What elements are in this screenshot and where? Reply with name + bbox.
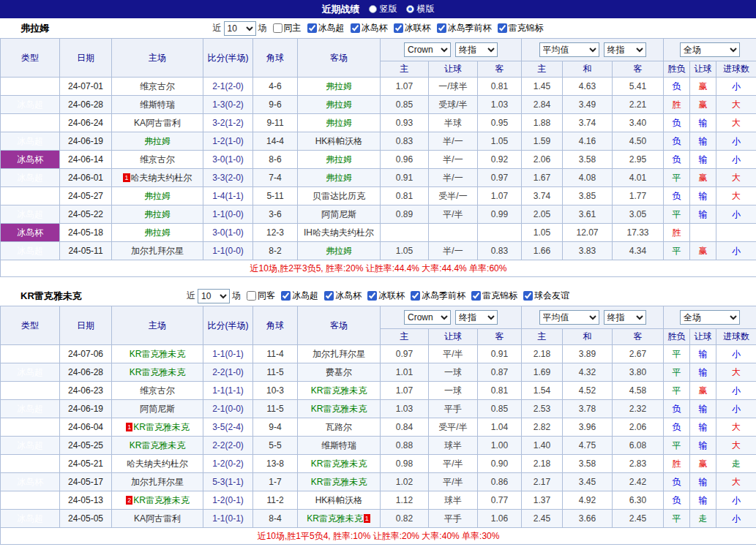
average-select[interactable]: 平均值 (539, 42, 599, 57)
odds-type-select[interactable]: 终指 (455, 310, 498, 325)
competition-filter[interactable]: 冰岛超 (307, 22, 345, 34)
col-odds-away: 客 (478, 61, 522, 78)
competition-filter[interactable]: 冰岛季前杯 (411, 290, 465, 302)
col-corner: 角球 (253, 39, 298, 78)
filter-checkbox[interactable] (307, 23, 317, 33)
filter-checkbox[interactable] (351, 23, 360, 33)
scope-select-cell: 全场 (664, 306, 756, 329)
recent-count-select[interactable]: 10 (224, 21, 256, 36)
filter-checkbox[interactable] (411, 291, 420, 301)
odds-away-cell: 1.03 (478, 96, 522, 114)
team-label: 加尔扎拜尔星 (131, 477, 184, 487)
odds-away-cell: 1.05 (478, 132, 522, 151)
near-label: 近 (213, 22, 222, 34)
avg-odds-type-select[interactable]: 终指 (604, 310, 646, 325)
competition-cell: 冰岛超 (1, 418, 60, 437)
corner-cell: 8-6 (253, 151, 298, 169)
recent-count-select[interactable]: 10 (198, 289, 230, 303)
filter-checkbox[interactable] (523, 291, 533, 301)
avg-draw-cell: 3.85 (563, 187, 613, 205)
filter-checkbox[interactable] (273, 23, 282, 33)
competition-cell: 冰岛超 (1, 400, 60, 418)
bookmaker-select[interactable]: Crown (404, 310, 451, 325)
match-row: 冰岛超24-05-21哈夫纳夫约杜尔1-2(0-2)13-8KR雷克雅未克0.9… (1, 455, 756, 473)
col-avg-home: 主 (522, 61, 563, 78)
filter-label: 雷克锦标 (509, 22, 544, 34)
avg-draw-cell: 4.08 (563, 169, 613, 187)
result-goals-cell: 小 (716, 205, 756, 224)
competition-filter[interactable]: 冰联杯 (394, 22, 431, 34)
avg-draw-cell: 4.63 (563, 78, 613, 96)
competition-cell: 冰岛杯 (1, 224, 60, 242)
team-label: 贝雷达比历克 (312, 191, 365, 201)
home-team-cell: 维京古尔 (112, 151, 203, 169)
away-team-cell: KR雷克雅未克 (298, 455, 381, 473)
col-avg-away: 客 (613, 329, 664, 345)
avg-away-cell: 3.40 (613, 114, 664, 132)
filter-checkbox[interactable] (367, 291, 377, 301)
competition-filter[interactable]: 冰岛杯 (324, 290, 362, 302)
home-team-cell: 弗拉姆 (112, 205, 203, 224)
odds-home-cell: 0.93 (381, 114, 429, 132)
team-label: KA阿古雷利 (134, 513, 181, 524)
near-label: 近 (187, 290, 195, 302)
average-select[interactable]: 平均值 (539, 310, 599, 325)
competition-filter[interactable]: 同客 (247, 290, 275, 302)
competition-filter[interactable]: 冰岛超 (281, 290, 318, 302)
radio-label: 横版 (417, 3, 435, 15)
layout-radio-vertical[interactable]: 竖版 (369, 3, 397, 15)
avg-draw-cell: 4.52 (563, 382, 613, 400)
match-row: 冰岛超24-05-05KA阿古雷利1-1(0-1)8-4KR雷克雅未克10.82… (1, 510, 756, 528)
away-team-cell: HK科帕沃格 (298, 491, 381, 510)
competition-filter[interactable]: 雷克锦标 (471, 290, 517, 302)
filter-checkbox[interactable] (247, 291, 256, 301)
corner-cell: 11-5 (253, 363, 298, 382)
result-handicap-cell: 输 (690, 151, 716, 169)
competition-filter[interactable]: 球会友谊 (523, 290, 569, 302)
avg-home-cell: 1.66 (522, 242, 563, 260)
result-handicap-cell: 输 (690, 205, 716, 224)
avg-odds-type-select[interactable]: 终指 (604, 42, 646, 57)
filter-checkbox[interactable] (281, 291, 291, 301)
filter-checkbox[interactable] (437, 23, 446, 33)
date-cell: 24-07-06 (60, 345, 112, 363)
filter-checkbox[interactable] (324, 291, 334, 301)
layout-radio-horizontal[interactable]: 横版 (406, 3, 435, 15)
odds-away-cell: 0.81 (478, 382, 522, 400)
corner-cell: 5-5 (253, 437, 298, 455)
odds-away-cell: 0.85 (478, 400, 522, 418)
match-row: 冰岛超24-06-28维斯特瑞1-3(0-2)9-6弗拉姆0.85受球/半1.0… (1, 96, 756, 114)
odds-handicap-cell: 半/一 (429, 242, 478, 260)
home-team-cell: 阿简尼斯 (112, 400, 203, 418)
odds-type-select[interactable]: 终指 (455, 42, 498, 57)
odds-home-cell: 0.84 (381, 418, 429, 437)
avg-draw-cell: 3.74 (563, 114, 613, 132)
corner-cell: 12-3 (253, 224, 298, 242)
bookmaker-select[interactable]: Crown (404, 42, 451, 57)
result-winloss-cell: 负 (664, 187, 690, 205)
filter-checkbox[interactable] (471, 291, 481, 301)
result-handicap-cell: 赢 (690, 78, 716, 96)
team-label: HK科帕沃格 (315, 136, 363, 146)
result-winloss-cell: 负 (664, 400, 690, 418)
competition-filter[interactable]: 冰联杯 (367, 290, 405, 302)
competition-cell: 冰岛超 (1, 132, 60, 151)
away-team-cell: 阿简尼斯 (298, 205, 381, 224)
team-label: 费基尔 (326, 367, 352, 377)
filter-checkbox[interactable] (394, 23, 403, 33)
scope-select[interactable]: 全场 (680, 310, 740, 325)
col-odds-handicap: 让球 (429, 329, 478, 345)
scope-select[interactable]: 全场 (680, 42, 740, 57)
competition-filter[interactable]: 冰岛杯 (351, 22, 388, 34)
competition-filter[interactable]: 冰岛季前杯 (437, 22, 492, 34)
filter-label: 球会友谊 (534, 290, 569, 302)
team-label: 哈夫纳夫约杜尔 (131, 173, 192, 183)
team-label: 瓦路尔 (326, 422, 352, 432)
filter-checkbox[interactable] (498, 23, 507, 33)
score-cell: 2-2(1-0) (203, 363, 253, 382)
competition-filter[interactable]: 雷克锦标 (498, 22, 544, 34)
result-handicap-cell: 赢 (690, 96, 716, 114)
red-card-badge: 2 (126, 496, 132, 505)
avg-away-cell: 6.30 (613, 491, 664, 510)
competition-filter[interactable]: 同主 (273, 22, 302, 34)
